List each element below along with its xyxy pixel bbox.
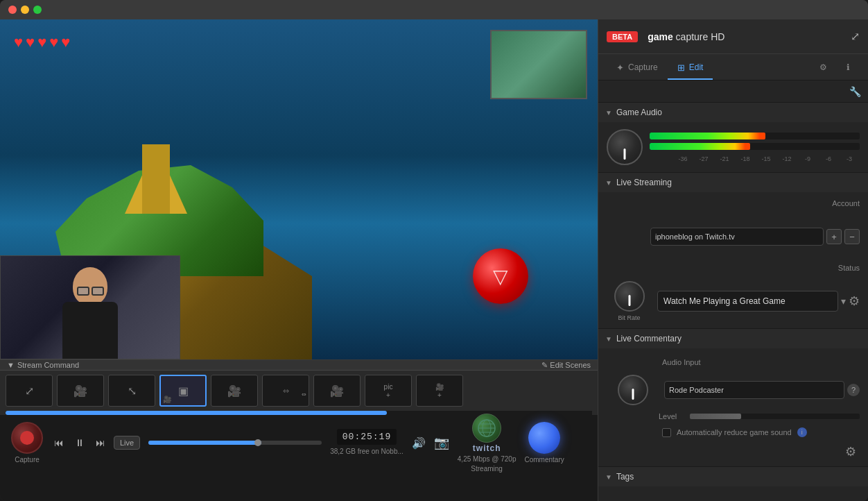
wrench-icon[interactable]: 🔧 <box>849 86 861 97</box>
settings-icon: ⚙ <box>819 62 827 72</box>
info-dot[interactable]: i <box>797 427 807 437</box>
tab-capture[interactable]: ✦ Capture <box>607 56 668 80</box>
volume-button[interactable]: 🔊 <box>412 436 426 450</box>
level-meter <box>690 414 860 419</box>
db-label-1: -36 <box>672 155 693 162</box>
scene-thumbnails: ⤢ 🎥 ⤡ ▣ 🎥 🎥 ⇔ <box>0 371 598 411</box>
pencil-icon: ✎ <box>541 361 548 370</box>
minimize-button[interactable] <box>21 6 29 14</box>
status-dropdown-icon[interactable]: ▾ <box>841 296 846 307</box>
maximize-button[interactable] <box>33 6 42 14</box>
progress-bar[interactable] <box>148 441 322 445</box>
pause-button[interactable]: ⏸ <box>72 434 87 451</box>
forward-button[interactable]: ⏭ <box>93 434 108 451</box>
edit-scenes-button[interactable]: ✎ Edit Scenes <box>541 361 591 370</box>
game-audio-content: -36 -27 -21 -18 -15 -12 -9 -6 -3 <box>598 122 868 172</box>
scene-thumb-5[interactable]: 🎥 <box>211 375 258 407</box>
scene-thumb-4[interactable]: ▣ 🎥 <box>159 375 207 407</box>
game-audio-header[interactable]: ▼ Game Audio <box>598 103 868 122</box>
commentary-settings-icon[interactable]: ⚙ <box>845 444 856 459</box>
live-streaming-section: ▼ Live Streaming Account <box>598 173 868 329</box>
live-commentary-section: ▼ Live Commentary Audio Input <box>598 329 868 467</box>
account-select[interactable]: iphoneblog on Twitch.tv <box>650 228 824 246</box>
audio-select-group: Rode Podcaster ? <box>664 381 860 399</box>
scene-thumb-8[interactable]: pic + <box>365 375 412 407</box>
add-account-button[interactable]: + <box>826 229 842 244</box>
live-commentary-header[interactable]: ▼ Live Commentary <box>598 329 868 348</box>
db-label-8: -6 <box>818 155 839 162</box>
glasses-lens-right <box>92 287 104 296</box>
app-window: ♥ ♥ ♥ ♥ ♥ <box>0 0 868 501</box>
remove-account-button[interactable]: − <box>844 229 860 244</box>
status-settings-icon[interactable]: ⚙ <box>849 294 860 309</box>
bit-rate-label-2: Bit Rate <box>618 314 640 321</box>
scene-thumb-3[interactable]: ⤡ <box>108 375 155 407</box>
auto-reduce-row: Automatically reduce game sound i <box>659 427 860 437</box>
timecode-group: 00:25:19 38,2 GB free on Nobb... <box>330 429 403 457</box>
tags-section: ▼ Tags <box>598 467 868 486</box>
stream-command-label: Stream Command <box>17 361 79 369</box>
rewind-button[interactable]: ⏮ <box>51 434 67 451</box>
account-label: Account <box>652 199 860 207</box>
person-glasses <box>74 287 106 296</box>
commentary-control: Commentary <box>524 422 564 464</box>
live-streaming-content: Account Bit Rate <box>598 192 868 328</box>
stream-command: ▼ Stream Command ✎ Edit Scenes ⤢ 🎥 <box>0 359 598 415</box>
commentary-button[interactable] <box>528 422 560 454</box>
tab-settings[interactable]: ⚙ <box>810 56 837 80</box>
camera-icon-7: 🎥 <box>330 384 344 398</box>
left-panel: ♥ ♥ ♥ ♥ ♥ <box>0 19 598 501</box>
glasses-lens-left <box>77 287 89 296</box>
snapshot-button[interactable]: 📷 <box>434 435 449 450</box>
auto-reduce-checkbox[interactable] <box>662 428 671 437</box>
scene-thumb-2[interactable]: 🎥 <box>57 375 104 407</box>
db-label-4: -18 <box>735 155 756 162</box>
audio-section: -36 -27 -21 -18 -15 -12 -9 -6 -3 <box>607 129 860 165</box>
db-label-3: -21 <box>714 155 735 162</box>
tab-edit[interactable]: ⊞ Edit <box>668 56 713 80</box>
arrows-sub-6: ⇔ <box>302 391 306 398</box>
header-title-group: BETA game capture HD <box>607 31 724 42</box>
edit-tab-label: Edit <box>689 62 704 72</box>
info-icon: ℹ <box>847 62 850 72</box>
knob-indicator <box>624 148 626 160</box>
account-select-wrapper: iphoneblog on Twitch.tv <box>650 228 824 246</box>
camera-sub-icon-4: 🎥 <box>163 396 171 403</box>
game-red-button <box>473 248 528 304</box>
tab-info[interactable]: ℹ <box>837 56 860 80</box>
scene-thumb-9[interactable]: 🎥 + <box>416 375 463 407</box>
arrows-icon-6: ⇔ <box>283 387 289 396</box>
twitch-section: twitch <box>472 414 501 453</box>
heart-1: ♥ <box>14 33 23 51</box>
stream-command-header: ▼ Stream Command ✎ Edit Scenes <box>0 360 598 371</box>
pip-content <box>492 31 586 98</box>
help-button[interactable]: ? <box>847 384 860 396</box>
auto-reduce-label: Automatically reduce game sound <box>677 428 792 436</box>
scene-thumb-7[interactable]: 🎥 <box>313 375 361 407</box>
right-toolbar: 🔧 <box>598 80 868 103</box>
db-label-2: -27 <box>693 155 714 162</box>
hearts-display: ♥ ♥ ♥ ♥ ♥ <box>14 33 70 51</box>
live-button[interactable]: Live <box>114 436 140 450</box>
streaming-form: Account Bit Rate <box>607 199 860 321</box>
bitrate-knob[interactable] <box>614 281 645 312</box>
app-title-rest: capture HD <box>673 31 725 42</box>
commentary-knob[interactable] <box>618 375 648 405</box>
status-input[interactable] <box>657 291 838 312</box>
account-control-group: iphoneblog on Twitch.tv + − <box>650 228 860 246</box>
live-streaming-header[interactable]: ▼ Live Streaming <box>598 173 868 192</box>
meter-row-1 <box>650 133 860 139</box>
screen-icon-4: ▣ <box>178 384 189 398</box>
capture-button[interactable] <box>11 422 43 454</box>
plus-icon-8: + <box>386 391 390 399</box>
scene-thumb-6[interactable]: ⇔ ⇔ <box>262 375 309 407</box>
expand-button[interactable]: ⤢ <box>851 30 860 43</box>
scene-thumb-1[interactable]: ⤢ <box>6 375 53 407</box>
audio-knob-container <box>607 129 643 165</box>
audio-input-select[interactable]: Rode Podcaster <box>664 381 844 399</box>
close-button[interactable] <box>8 6 17 14</box>
disk-info: 38,2 GB free on Nobb... <box>330 447 403 457</box>
capture-tab-label: Capture <box>628 62 658 72</box>
audio-knob[interactable] <box>607 129 643 165</box>
bitrate-display: 4,25 Mbps @ 720p <box>458 455 517 463</box>
